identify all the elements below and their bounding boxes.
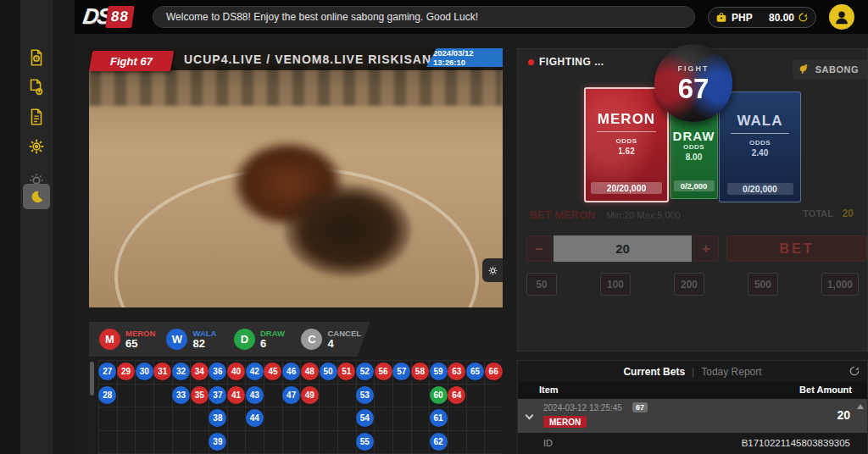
trend-cell: 45 [264, 360, 282, 384]
total-label: TOTAL [803, 208, 833, 219]
fight-result-ball: 47 [282, 386, 300, 404]
fight-result-ball: 43 [246, 386, 264, 404]
stream-watermark: UCUP4.LIVE / VENOM8.LIVE RISKISAN [184, 53, 431, 66]
decrease-bet-button[interactable]: – [526, 235, 552, 262]
bet-side-pill: MERON [543, 416, 587, 428]
trend-scrollbar-thumb[interactable] [90, 362, 94, 396]
trend-scrollbar[interactable] [89, 360, 95, 454]
trend-cell: 53 [356, 384, 375, 407]
bet-id-value: B1710221145803839305 [742, 438, 850, 448]
quick-amount-200[interactable]: 200 [674, 273, 704, 296]
fight-result-ball: 61 [430, 409, 448, 427]
wallet-balance[interactable]: PHP 80.00 [708, 7, 816, 28]
fight-result-ball: 46 [282, 363, 300, 380]
wala-badge: W [166, 329, 187, 350]
user-avatar[interactable] [829, 4, 854, 30]
app-root: DS 88 Welcome to DS88! Enjoy the best on… [0, 0, 868, 454]
fight-result-ball: 44 [246, 409, 264, 427]
fight-result-ball: 32 [172, 363, 190, 380]
trend-cell: 44 [245, 407, 264, 430]
fight-result-ball: 59 [430, 363, 448, 380]
transaction-document-icon[interactable] [24, 75, 49, 100]
trend-grid: 2728293031323334353637383940414243444546… [98, 360, 503, 454]
stream-timestamp-badge: 2024/03/12 13:26:10 [426, 48, 503, 67]
report-document-icon[interactable] [24, 45, 49, 70]
fight-result-ball: 30 [136, 363, 153, 380]
person-icon [832, 8, 851, 26]
refresh-balance-icon[interactable] [798, 12, 809, 23]
bet-time: 2024-03-12 13:25:45 [543, 403, 622, 412]
fight-status: FIGHTING ... [528, 56, 604, 68]
trend-cell: 28 [98, 384, 117, 407]
provider-badge: SABONG [793, 60, 867, 79]
fight-result-ball: 36 [209, 363, 226, 380]
bet-amount-input[interactable] [554, 235, 692, 262]
bet-id-row: ID B1710221145803839305 [518, 433, 867, 454]
trend-cell: 52 [356, 360, 375, 384]
trend-cell: 37 [209, 384, 227, 407]
fight-result-ball: 49 [301, 386, 319, 404]
bet-limits: Min:20 Max:5,000 [606, 210, 680, 220]
scroll-up-icon[interactable] [857, 404, 864, 409]
bet-button[interactable]: BET [726, 235, 867, 262]
welcome-marquee: Welcome to DS88! Enjoy the best online s… [153, 6, 695, 28]
fight-result-ball: 52 [356, 363, 374, 380]
fight-result-ball: 54 [356, 409, 374, 427]
fight-result-ball: 33 [172, 386, 190, 404]
video-settings-button[interactable] [482, 258, 503, 282]
quick-amount-100[interactable]: 100 [600, 273, 631, 296]
fight-result-ball: 45 [264, 363, 281, 380]
fight-result-ball: 28 [98, 386, 116, 404]
live-dot-icon [528, 59, 534, 65]
fight-result-ball: 39 [209, 433, 226, 451]
increase-bet-button[interactable]: + [693, 235, 719, 262]
settings-gear-icon[interactable] [24, 134, 49, 159]
quick-amount-1000[interactable]: 1,000 [821, 273, 859, 296]
quick-amount-500[interactable]: 500 [748, 273, 778, 296]
tab-today-report[interactable]: Today Report [701, 366, 761, 378]
trend-cell: 39 [209, 430, 227, 454]
trend-cell: 27 [98, 360, 117, 384]
fight-result-ball: 27 [98, 363, 116, 380]
tab-current-bets[interactable]: Current Bets [623, 366, 685, 378]
trend-cell: 43 [245, 384, 264, 407]
fight-result-ball: 40 [227, 363, 245, 380]
records-document-icon[interactable] [24, 104, 49, 130]
trend-cell: 58 [411, 360, 430, 384]
video-crowd [89, 65, 503, 106]
fight-result-ball: 60 [430, 386, 448, 404]
trend-cell: 62 [429, 430, 448, 454]
quick-amount-50[interactable]: 50 [526, 273, 557, 296]
chevron-down-icon[interactable] [526, 412, 534, 420]
trend-cell: 40 [227, 360, 246, 384]
fight-result-ball: 53 [356, 386, 374, 404]
live-video-player[interactable]: UCUP4.LIVE / VENOM8.LIVE RISKISAN Fight … [89, 48, 503, 307]
trend-cell: 65 [466, 360, 485, 384]
wallet-briefcase-icon [715, 12, 727, 24]
summary-meron: M MERON 65 [99, 329, 166, 350]
fight-result-ball: 31 [153, 363, 171, 380]
bet-amount-value: 20 [837, 408, 850, 422]
draw-badge: D [234, 329, 255, 350]
fight-result-ball: 50 [320, 363, 337, 380]
trend-cell: 64 [448, 384, 466, 407]
wala-pool: 0/20,000 [727, 183, 793, 195]
total-value: 20 [843, 208, 854, 219]
fight-result-ball: 51 [337, 363, 355, 380]
bet-row[interactable]: 2024-03-12 13:25:45 67 MERON 20 [518, 399, 867, 433]
trend-cell: 55 [356, 430, 375, 454]
trend-cell: 42 [245, 360, 264, 384]
ds88-logo[interactable]: DS 88 [83, 3, 133, 30]
trend-cell: 29 [117, 360, 136, 384]
results-summary-bar: M MERON 65 W WALA 82 D DRAW 6 C CANCEL [89, 322, 370, 357]
summary-cancel: C CANCEL 4 [301, 329, 362, 350]
fight-result-ball: 35 [191, 386, 209, 404]
fight-result-ball: 55 [356, 433, 374, 451]
fight-result-ball: 66 [485, 363, 503, 380]
current-bets-panel: Current Bets | Today Report Item Bet Amo… [517, 360, 868, 454]
wala-card[interactable]: WALA ODDS 2.40 0/20,000 [719, 91, 801, 202]
refresh-bets-icon[interactable] [849, 365, 860, 377]
fight-result-ball: 41 [227, 386, 245, 404]
meron-card[interactable]: MERON ODDS 1.62 20/20,000 [584, 87, 669, 202]
dark-mode-moon-icon[interactable] [23, 184, 50, 209]
